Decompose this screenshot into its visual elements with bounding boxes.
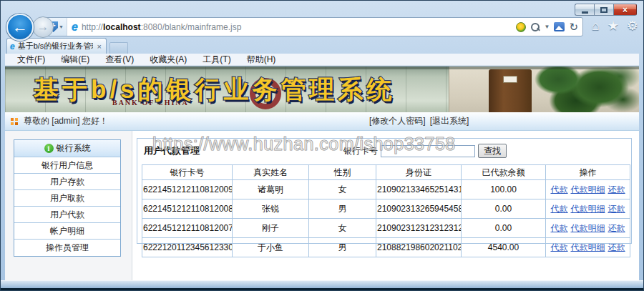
operation-link[interactable]: 代款 (551, 184, 568, 194)
close-icon: × (623, 6, 628, 14)
table-row: 6222120112345612330于小鱼男21088219860202110… (142, 238, 630, 257)
balance-cell: 4540.00 (462, 238, 546, 257)
banner-title: 基于b/s的银行业务管理系统 (34, 73, 396, 107)
operation-link[interactable]: 还款 (608, 242, 625, 252)
change-password-link[interactable]: [修改个人密码] (369, 115, 426, 127)
shield-caret-icon: ▼ (59, 24, 64, 29)
header-row: 银行卡号真实姓名性别身份证已代款余额操作 (142, 165, 630, 180)
refresh-icon[interactable]: ↻ (569, 21, 578, 32)
id-number-cell: 210902312312312312 (376, 219, 462, 238)
loan-table: 银行卡号真实姓名性别身份证已代款余额操作 6221451212110812009… (142, 164, 630, 257)
maximize-button[interactable] (594, 4, 613, 16)
sidebar-item[interactable]: 用户取款 (14, 190, 120, 207)
loan-table-head: 银行卡号真实姓名性别身份证已代款余额操作 (142, 165, 630, 180)
operations-cell: 代款代款明细还款 (546, 238, 630, 257)
id-number-cell: 210882198602021102 (376, 238, 462, 257)
sidebar-item[interactable]: 用户存款 (14, 174, 120, 190)
banner-plant (523, 66, 639, 112)
minimize-icon (582, 11, 588, 14)
gender-cell: 男 (309, 238, 376, 257)
card-number-input[interactable] (381, 145, 475, 157)
exit-system-link[interactable]: [退出系统] (430, 115, 469, 127)
menu-item[interactable]: 查看(V) (99, 54, 140, 66)
operation-link[interactable]: 还款 (608, 223, 625, 233)
tab-bar: e 基于b/s的银行业务管理系统 × (5, 38, 639, 54)
sidebar-header-label: 银行系统 (57, 142, 91, 154)
sidebar-header[interactable]: i银行系统 (14, 140, 120, 157)
menu-item[interactable]: 帮助(H) (240, 54, 283, 66)
window-controls: × (575, 4, 637, 16)
ie-logo-icon: e (72, 21, 78, 34)
url-text[interactable]: http://localhost:8080/blank/mainframe.js… (82, 22, 516, 32)
favorites-star-icon[interactable]: ★ (608, 19, 619, 32)
operation-link[interactable]: 代款明细 (571, 184, 605, 194)
column-header: 银行卡号 (142, 165, 233, 180)
column-header: 操作 (546, 165, 630, 180)
name-cell: 张锐 (233, 199, 309, 219)
status-links: [修改个人密码] [退出系统] (369, 112, 469, 130)
url-host: localhost (103, 22, 141, 32)
operation-link[interactable]: 代款明细 (571, 204, 605, 214)
tab-favicon-icon: e (10, 41, 15, 51)
gender-cell: 女 (309, 219, 376, 238)
operation-link[interactable]: 还款 (608, 184, 625, 194)
id-number-cell: 210902133465251431 (376, 180, 462, 199)
sidebar-item[interactable]: 帐户明细 (14, 223, 120, 240)
back-arrow-icon: ← (12, 18, 28, 36)
tab-close-icon[interactable]: × (96, 42, 103, 51)
table-row: 6221451212110812008张锐男210902313265945458… (142, 199, 630, 219)
operation-link[interactable]: 还款 (608, 204, 625, 214)
orange-squares-icon (11, 118, 18, 125)
card-number-cell: 6221451212110812009 (142, 180, 233, 199)
address-bar[interactable]: ▼ e http://localhost:8080/blank/mainfram… (45, 17, 583, 36)
settings-gear-icon[interactable]: ⚙ (627, 19, 638, 32)
home-icon[interactable]: ⌂ (592, 19, 600, 32)
operation-link[interactable]: 代款明细 (571, 223, 605, 233)
operation-link[interactable]: 代款 (551, 204, 568, 214)
search-zone: 银行卡号 查找 (343, 144, 507, 158)
balance-cell: 0.00 (462, 199, 546, 219)
minimize-button[interactable] (575, 4, 594, 16)
close-button[interactable]: × (613, 4, 637, 16)
page-viewport: BANK OF CHINA 基于b/s的银行业务管理系统 尊敬的 [admin]… (5, 66, 639, 280)
operation-link[interactable]: 代款明细 (571, 242, 605, 252)
sidebar-item[interactable]: 操作员管理 (14, 240, 120, 256)
window-bottom-frame (1, 280, 643, 290)
search-label: 银行卡号 (343, 145, 378, 157)
operations-cell: 代款代款明细还款 (546, 180, 630, 199)
browser-window: × ← → ▼ e http://localhost:8080/blank/ma… (0, 0, 644, 291)
main-panel: 用户代款管理 银行卡号 查找 银行卡号真实姓名性别身份证已代款余额操作 6221… (137, 138, 632, 244)
content-area: i银行系统银行用户信息用户存款用户取款用户代款帐户明细操作员管理 用户代款管理 … (5, 131, 639, 280)
operation-link[interactable]: 代款 (551, 242, 568, 252)
card-number-cell: 6221451212110812008 (142, 199, 233, 219)
card-number-cell: 6221451212110812007 (142, 219, 233, 238)
sidebar-menu: i银行系统银行用户信息用户存款用户取款用户代款帐户明细操作员管理 (14, 139, 121, 257)
balance-cell: 0.00 (462, 219, 546, 238)
gender-cell: 女 (309, 180, 376, 199)
sidebar-column: i银行系统银行用户信息用户存款用户取款用户代款帐户明细操作员管理 (5, 131, 132, 280)
new-tab-button[interactable] (109, 42, 128, 54)
address-bar-icons: ▼ ↻ (516, 21, 580, 32)
search-icon[interactable] (530, 22, 540, 32)
operations-cell: 代款代款明细还款 (546, 219, 630, 238)
menu-item[interactable]: 收藏夹(A) (143, 54, 193, 66)
operation-link[interactable]: 代款 (551, 223, 568, 233)
snapshot-icon[interactable] (554, 22, 565, 31)
table-row: 6221451212110812009诸葛明女21090213346525143… (142, 180, 630, 199)
back-button[interactable]: ← (6, 14, 34, 41)
search-button[interactable]: 查找 (478, 144, 507, 158)
sidebar-item[interactable]: 用户代款 (14, 207, 120, 223)
column-header: 性别 (309, 165, 376, 180)
sidebar-item[interactable]: 银行用户信息 (14, 157, 120, 174)
addon-icon[interactable] (516, 22, 526, 32)
banner: BANK OF CHINA 基于b/s的银行业务管理系统 (5, 66, 639, 112)
status-left: 尊敬的 [admin] 您好！ (11, 112, 108, 130)
forward-arrow-icon: → (37, 20, 49, 34)
tab-title: 基于b/s的银行业务管理系统 (18, 41, 93, 51)
forward-button[interactable]: → (32, 16, 54, 38)
search-caret-icon[interactable]: ▼ (545, 24, 550, 30)
name-cell: 诸葛明 (233, 180, 309, 199)
menu-item[interactable]: 编辑(E) (54, 54, 96, 66)
menu-item[interactable]: 文件(F) (11, 54, 52, 66)
menu-item[interactable]: 工具(T) (196, 54, 237, 66)
